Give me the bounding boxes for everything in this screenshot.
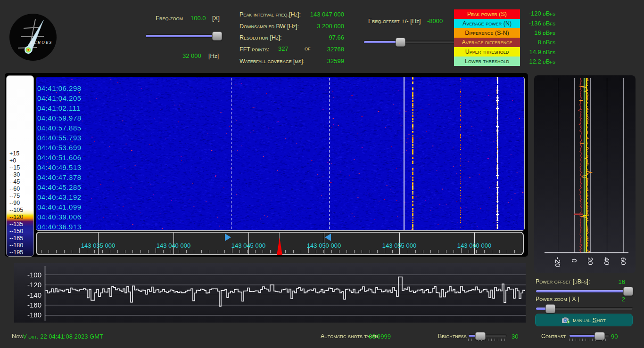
logo-wordmark: ECHOES: [30, 40, 53, 45]
manual-shot-button[interactable]: manual Shot: [535, 314, 633, 326]
colorbar-label: --165: [9, 235, 31, 242]
spectrum-axis-tick: -120: [16, 281, 41, 288]
readout-upper-threshold: 14.9 dBfs: [515, 48, 555, 57]
freq-minor-tick: [323, 250, 324, 253]
freq-minor-tick: [232, 248, 232, 253]
freq-offset-slider-handle[interactable]: [396, 38, 405, 47]
legend-lower-threshold[interactable]: Lower threshold: [454, 57, 520, 66]
freq-minor-tick: [392, 250, 393, 253]
freq-zoom-label: Freq.zoom: [156, 15, 183, 22]
contrast-slider-ticks: [569, 339, 609, 341]
power-axis-tick: 0: [570, 256, 578, 266]
colorbar-label: --150: [9, 228, 31, 235]
readout-difference: 16 dBfs: [515, 28, 555, 38]
waterfall-timestamp: 04:40:51.606: [37, 153, 82, 162]
freq-minor-tick: [117, 250, 118, 253]
stat-downsampled-bw-value: 3 200 000: [239, 22, 344, 31]
freq-tick-label: 143 035 000: [81, 242, 115, 249]
freq-minor-tick: [316, 250, 316, 253]
stat-peak-freq-value: 143 047 000: [239, 10, 344, 19]
freq-minor-tick: [263, 250, 263, 253]
readout-average-difference: 8 dBfs: [515, 38, 555, 47]
waterfall-timestamp: 04:40:39.006: [37, 212, 82, 222]
freq-minor-tick: [370, 250, 370, 253]
power-zoom-label: Power zoom [ X ]: [536, 296, 579, 302]
colorbar-label: --105: [9, 207, 31, 214]
freq-minor-tick: [224, 250, 225, 253]
freq-minor-tick: [125, 250, 125, 253]
freq-minor-tick: [331, 250, 332, 253]
colorbar-label: --180: [9, 242, 31, 249]
freq-minor-tick: [454, 250, 454, 253]
power-axis-tick: 40: [603, 256, 611, 267]
power-offset-slider[interactable]: [536, 290, 633, 293]
freq-zoom-slider-fill: [146, 35, 220, 37]
shift-right-arrow[interactable]: [225, 234, 231, 241]
power-offset-slider-handle[interactable]: [623, 287, 633, 296]
freq-minor-tick: [492, 250, 492, 253]
contrast-slider[interactable]: [569, 334, 610, 337]
manual-shot-label: manual Shot: [573, 316, 605, 324]
freq-minor-tick: [423, 250, 423, 253]
freq-minor-tick: [56, 250, 57, 253]
freq-minor-tick: [41, 250, 41, 253]
brightness-slider[interactable]: [468, 334, 507, 337]
freq-minor-tick: [201, 250, 202, 253]
waterfall-timestamp: 04:40:45.285: [37, 182, 82, 192]
freq-minor-tick: [148, 250, 149, 253]
echoes-logo: ECHOES: [9, 14, 57, 61]
readout-average-power: -136 dBfs: [515, 19, 555, 28]
freq-minor-tick: [132, 250, 133, 253]
spectrum-plot: [14, 263, 526, 323]
power-axis-tick: 20: [586, 256, 594, 267]
stat-fft-total: 32768: [239, 45, 344, 54]
spectrum-axis-tick: -100: [16, 271, 41, 278]
spectrum-axis-tick: -140: [16, 291, 41, 299]
colorbar-label: --30: [9, 171, 31, 178]
freq-minor-tick: [209, 250, 209, 253]
contrast-value: 90: [611, 333, 618, 340]
freq-minor-tick: [514, 250, 515, 253]
freq-minor-tick: [163, 250, 164, 253]
legend-upper-threshold[interactable]: Upper threshold: [454, 47, 520, 57]
freq-minor-tick: [49, 250, 49, 253]
waterfall-timestamp: 04:40:55.793: [37, 133, 82, 143]
freq-minor-tick: [507, 250, 507, 253]
echoes-main-window: ECHOES Freq.zoom 100.0 [X] 32 000 [Hz] P…: [0, 0, 644, 348]
freq-minor-tick: [156, 248, 156, 253]
power-axis-tick: 60: [619, 256, 627, 267]
legend-average-power[interactable]: Average power (N): [454, 19, 520, 28]
freq-minor-tick: [446, 250, 446, 253]
freq-minor-tick: [469, 250, 469, 253]
freq-minor-tick: [94, 250, 95, 253]
power-zoom-slider[interactable]: [536, 307, 633, 310]
echoes-logo-image: ECHOES: [9, 14, 57, 61]
shift-left-arrow[interactable]: [325, 234, 331, 241]
waterfall-timestamp: 04:40:36.913: [37, 222, 82, 232]
legend-difference[interactable]: Difference (S-N): [454, 28, 520, 38]
freq-minor-tick: [362, 250, 362, 253]
colorbar-label: --195: [9, 249, 31, 256]
waterfall-timestamp: 04:40:43.192: [37, 192, 82, 202]
freq-zoom-slider-handle[interactable]: [212, 32, 222, 40]
legend-peak-power[interactable]: Peak power (S): [454, 9, 520, 19]
legend-average-difference[interactable]: Average difference: [454, 38, 520, 47]
power-zoom-slider-handle[interactable]: [545, 304, 555, 313]
freq-span-unit: [Hz]: [208, 52, 219, 59]
freq-zoom-unit: [X]: [212, 15, 220, 22]
freq-minor-tick: [239, 250, 240, 253]
freq-minor-tick: [186, 250, 187, 253]
brightness-slider-ticks: [468, 339, 506, 341]
freq-minor-tick: [484, 250, 485, 253]
power-offset-label: Power offset [dBfs]:: [536, 278, 590, 285]
freq-offset-slider[interactable]: [363, 40, 455, 44]
spectrum-axis-tick: -180: [16, 311, 41, 318]
power-profile-plot: [534, 75, 636, 273]
freq-minor-tick: [408, 250, 408, 253]
freq-offset-label: Freq.offset +/- [Hz]: [368, 17, 421, 24]
freq-minor-tick: [270, 250, 271, 253]
freq-tick-label: 143 045 000: [231, 242, 265, 249]
freq-minor-tick: [171, 250, 171, 253]
freq-zoom-slider[interactable]: [145, 34, 222, 38]
colorbar-label: --120: [9, 214, 31, 221]
